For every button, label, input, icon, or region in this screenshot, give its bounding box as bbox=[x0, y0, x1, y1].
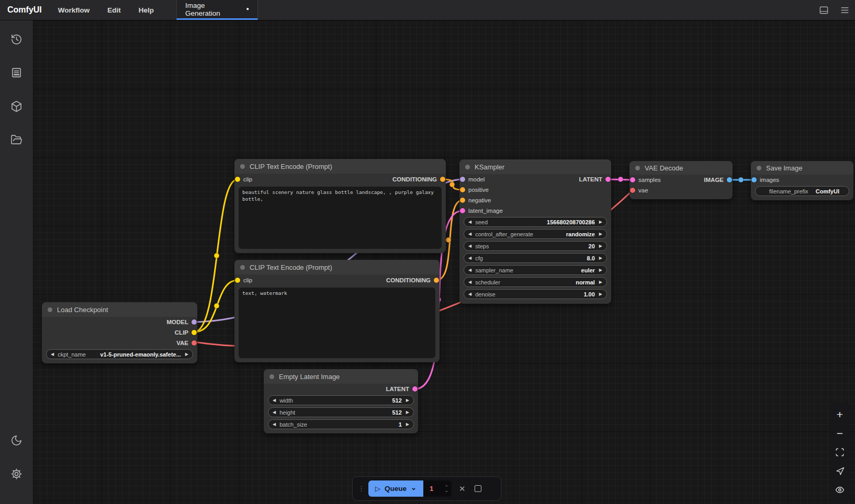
main-menu-button[interactable] bbox=[834, 0, 855, 20]
settings-button[interactable] bbox=[5, 462, 28, 485]
widget-scheduler[interactable]: ◀ scheduler normal ▶ bbox=[464, 277, 607, 287]
widget-steps[interactable]: ◀ steps 20 ▶ bbox=[464, 241, 607, 251]
widget-denoise[interactable]: ◀ denoise 1.00 ▶ bbox=[464, 289, 607, 299]
port-conditioning-output[interactable] bbox=[440, 177, 445, 182]
sidebar-item-workflows[interactable] bbox=[5, 128, 28, 151]
port-latent-output[interactable] bbox=[605, 177, 611, 182]
increment-arrow-icon[interactable]: ▶ bbox=[599, 232, 602, 236]
tab-image-generation[interactable]: Image Generation ● bbox=[176, 0, 258, 20]
widget-ckpt-name[interactable]: ◀ ckpt_name v1-5-pruned-emaonly.safete..… bbox=[46, 349, 193, 359]
drag-handle[interactable]: ⋮ bbox=[358, 485, 364, 492]
port-clip-input[interactable] bbox=[235, 278, 240, 283]
increment-arrow-icon[interactable]: ▶ bbox=[406, 422, 409, 427]
decrement-arrow-icon[interactable]: ◀ bbox=[273, 422, 276, 427]
widget-height[interactable]: ◀ height 512 ▶ bbox=[268, 407, 414, 417]
increment-arrow-icon[interactable]: ▶ bbox=[599, 280, 602, 284]
queue-button[interactable]: ▷ Queue ⌄ bbox=[368, 480, 423, 497]
node-canvas[interactable] bbox=[33, 20, 855, 504]
node-ksampler[interactable]: KSampler model LATENT positive negative … bbox=[459, 159, 611, 304]
node-clip-text-encode-negative[interactable]: CLIP Text Encode (Prompt) clip CONDITION… bbox=[234, 260, 440, 362]
spinner-down-icon[interactable]: ⌄ bbox=[444, 489, 448, 492]
increment-arrow-icon[interactable]: ▶ bbox=[599, 220, 602, 224]
node-save-image[interactable]: Save Image images filename_prefix ComfyU… bbox=[751, 161, 853, 200]
prompt-textarea[interactable]: text, watermark bbox=[239, 288, 435, 358]
node-clip-text-encode-positive[interactable]: CLIP Text Encode (Prompt) clip CONDITION… bbox=[234, 159, 446, 253]
port-latent-output[interactable] bbox=[412, 386, 418, 392]
increment-arrow-icon[interactable]: ▶ bbox=[599, 268, 602, 272]
batch-count-input[interactable]: 1 ⌃ ⌄ bbox=[423, 480, 452, 497]
node-vae-decode[interactable]: VAE Decode samples IMAGE vae bbox=[629, 161, 733, 199]
widget-seed[interactable]: ◀ seed 156680208700286 ▶ bbox=[464, 217, 607, 227]
decrement-arrow-icon[interactable]: ◀ bbox=[273, 398, 276, 403]
node-title-bar[interactable]: CLIP Text Encode (Prompt) bbox=[234, 260, 440, 274]
collapse-dot[interactable] bbox=[240, 164, 245, 169]
port-model-input[interactable] bbox=[460, 177, 465, 182]
port-samples-input[interactable] bbox=[630, 177, 635, 182]
widget-cfg[interactable]: ◀ cfg 8.0 ▶ bbox=[464, 253, 607, 263]
collapse-dot[interactable] bbox=[48, 307, 52, 312]
collapse-dot[interactable] bbox=[635, 166, 640, 170]
decrement-arrow-icon[interactable]: ◀ bbox=[468, 292, 471, 296]
queue-options-chevron-icon[interactable]: ⌄ bbox=[411, 484, 417, 491]
port-images-input[interactable] bbox=[751, 177, 757, 182]
widget-filename-prefix[interactable]: filename_prefix ComfyUI bbox=[755, 186, 849, 196]
widget-control-after-generate[interactable]: ◀ control_after_generate randomize ▶ bbox=[464, 229, 607, 239]
collapse-dot[interactable] bbox=[757, 166, 761, 170]
collapse-dot[interactable] bbox=[465, 165, 470, 169]
port-conditioning-output[interactable] bbox=[434, 278, 439, 283]
node-title-bar[interactable]: Empty Latent Image bbox=[264, 369, 418, 384]
decrement-arrow-icon[interactable]: ◀ bbox=[468, 256, 471, 260]
menu-edit[interactable]: Edit bbox=[98, 0, 130, 20]
node-title-bar[interactable]: Save Image bbox=[751, 161, 853, 175]
bottom-panel-toggle-button[interactable] bbox=[813, 0, 834, 20]
sidebar-item-model-library[interactable] bbox=[5, 95, 28, 118]
menu-help[interactable]: Help bbox=[130, 0, 163, 20]
widget-batch-size[interactable]: ◀ batch_size 1 ▶ bbox=[268, 419, 414, 429]
decrement-arrow-icon[interactable]: ◀ bbox=[273, 410, 276, 415]
widget-sampler-name[interactable]: ◀ sampler_name euler ▶ bbox=[464, 265, 607, 275]
sidebar-item-queue-history[interactable] bbox=[5, 28, 28, 51]
node-title-bar[interactable]: VAE Decode bbox=[629, 161, 733, 175]
port-positive-input[interactable] bbox=[460, 187, 465, 192]
toggle-link-visibility-button[interactable] bbox=[831, 480, 849, 499]
port-negative-input[interactable] bbox=[460, 198, 465, 203]
menu-workflow[interactable]: Workflow bbox=[49, 0, 99, 20]
port-image-output[interactable] bbox=[727, 177, 732, 182]
app-logo[interactable]: ComfyUI bbox=[0, 0, 49, 20]
increment-arrow-icon[interactable]: ▶ bbox=[599, 244, 602, 248]
port-latent-image-input[interactable] bbox=[460, 208, 465, 213]
decrement-arrow-icon[interactable]: ◀ bbox=[468, 244, 471, 248]
clear-queue-button[interactable]: ✕ bbox=[459, 484, 466, 494]
port-vae[interactable] bbox=[192, 340, 197, 346]
prompt-textarea[interactable]: beautiful scenery nature glass bottle la… bbox=[239, 187, 442, 249]
decrement-arrow-icon[interactable]: ◀ bbox=[468, 280, 471, 284]
port-clip[interactable] bbox=[192, 330, 197, 335]
port-clip-input[interactable] bbox=[235, 177, 240, 182]
zoom-out-button[interactable]: − bbox=[831, 424, 849, 443]
collapse-dot[interactable] bbox=[240, 265, 245, 270]
increment-arrow-icon[interactable]: ▶ bbox=[185, 352, 188, 357]
node-title-bar[interactable]: CLIP Text Encode (Prompt) bbox=[234, 159, 446, 174]
theme-toggle-button[interactable] bbox=[5, 429, 28, 452]
decrement-arrow-icon[interactable]: ◀ bbox=[468, 220, 471, 224]
collapse-dot[interactable] bbox=[269, 374, 274, 379]
decrement-arrow-icon[interactable]: ◀ bbox=[51, 352, 54, 357]
node-load-checkpoint[interactable]: Load Checkpoint MODEL CLIP VAE ◀ ckpt_na… bbox=[42, 302, 197, 363]
node-title-bar[interactable]: Load Checkpoint bbox=[42, 302, 197, 317]
increment-arrow-icon[interactable]: ▶ bbox=[406, 398, 409, 403]
select-mode-button[interactable] bbox=[831, 462, 849, 480]
node-empty-latent-image[interactable]: Empty Latent Image LATENT ◀ width 512 ▶ … bbox=[264, 369, 418, 433]
port-vae-input[interactable] bbox=[630, 188, 635, 193]
fit-view-button[interactable] bbox=[831, 443, 849, 462]
node-title-bar[interactable]: KSampler bbox=[459, 159, 611, 174]
sidebar-item-node-library[interactable] bbox=[5, 61, 28, 84]
increment-arrow-icon[interactable]: ▶ bbox=[599, 256, 602, 260]
decrement-arrow-icon[interactable]: ◀ bbox=[468, 268, 471, 272]
stop-button[interactable] bbox=[475, 485, 481, 492]
decrement-arrow-icon[interactable]: ◀ bbox=[468, 232, 471, 236]
increment-arrow-icon[interactable]: ▶ bbox=[599, 292, 602, 296]
port-model[interactable] bbox=[192, 319, 197, 325]
increment-arrow-icon[interactable]: ▶ bbox=[406, 410, 409, 415]
widget-width[interactable]: ◀ width 512 ▶ bbox=[268, 395, 414, 405]
zoom-in-button[interactable]: + bbox=[831, 405, 849, 424]
